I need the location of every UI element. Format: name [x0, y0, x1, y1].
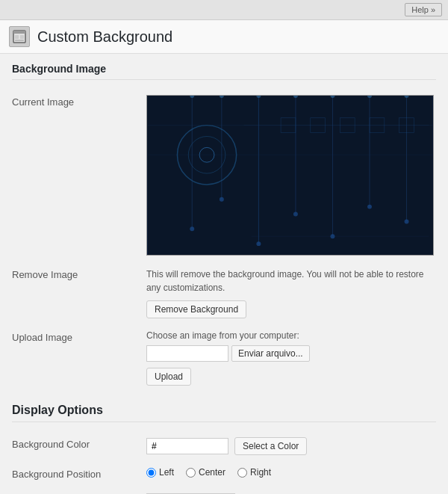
background-position-row: Background Position Left Center: [12, 461, 436, 487]
help-button[interactable]: Help »: [405, 3, 442, 16]
color-row: Select a Color: [146, 437, 436, 455]
svg-rect-5: [148, 96, 432, 255]
current-image-label: Current Image: [12, 89, 146, 262]
display-options-table: Background Color Select a Color Backgrou…: [12, 431, 436, 494]
svg-point-20: [256, 241, 261, 246]
upload-image-row: Upload Image Choose an image from your c…: [12, 324, 436, 392]
repeat-row: Repeat Tile Tile Horizontally Tile Verti…: [12, 487, 436, 494]
background-image-section-title: Background Image: [12, 63, 436, 80]
current-image-row: Current Image: [12, 89, 436, 262]
background-position-label: Background Position: [12, 461, 146, 487]
upload-image-label: Upload Image: [12, 324, 146, 392]
svg-point-19: [220, 197, 224, 202]
page-icon: [9, 26, 30, 47]
svg-point-18: [190, 226, 194, 231]
position-left-label[interactable]: Left: [146, 467, 174, 478]
help-bar: Help »: [0, 0, 448, 20]
upload-button[interactable]: Upload: [146, 368, 191, 386]
remove-image-label: Remove Image: [12, 262, 146, 324]
upload-file-button[interactable]: Enviar arquivo...: [231, 345, 310, 362]
upload-note: Choose an image from your computer:: [146, 330, 436, 341]
svg-point-24: [405, 219, 409, 223]
position-left-radio[interactable]: [146, 468, 156, 478]
position-center-radio[interactable]: [186, 468, 196, 478]
page-wrapper: Help » Custom Background Background Imag…: [0, 0, 448, 494]
color-input[interactable]: [146, 438, 228, 454]
page-title: Custom Background: [37, 28, 172, 46]
background-color-label: Background Color: [12, 431, 146, 461]
repeat-label: Repeat: [12, 487, 146, 494]
upload-path-input[interactable]: [146, 345, 228, 362]
preview-svg: [147, 96, 433, 255]
position-radio-group: Left Center Right: [146, 467, 436, 478]
position-right-radio[interactable]: [237, 468, 247, 478]
remove-note: This will remove the background image. Y…: [146, 268, 430, 294]
background-color-row: Background Color Select a Color: [12, 431, 436, 461]
position-right-text: Right: [250, 467, 271, 478]
position-right-label[interactable]: Right: [237, 467, 271, 478]
upload-row: Enviar arquivo...: [146, 345, 436, 362]
position-center-text: Center: [199, 467, 225, 478]
remove-image-row: Remove Image This will remove the backgr…: [12, 262, 436, 324]
svg-point-23: [367, 205, 372, 209]
remove-background-button[interactable]: Remove Background: [146, 300, 246, 318]
select-color-button[interactable]: Select a Color: [234, 437, 307, 455]
position-left-text: Left: [159, 467, 174, 478]
svg-point-21: [293, 212, 298, 217]
background-image-table: Current Image: [12, 89, 436, 392]
position-center-label[interactable]: Center: [186, 467, 225, 478]
svg-rect-3: [20, 35, 24, 39]
main-content: Background Image Current Image: [0, 54, 448, 494]
svg-rect-1: [13, 31, 25, 34]
svg-rect-4: [15, 40, 24, 41]
current-image-preview: [146, 95, 434, 256]
display-options-section-title: Display Options: [12, 404, 436, 422]
page-header: Custom Background: [0, 20, 448, 54]
svg-rect-2: [15, 35, 19, 39]
